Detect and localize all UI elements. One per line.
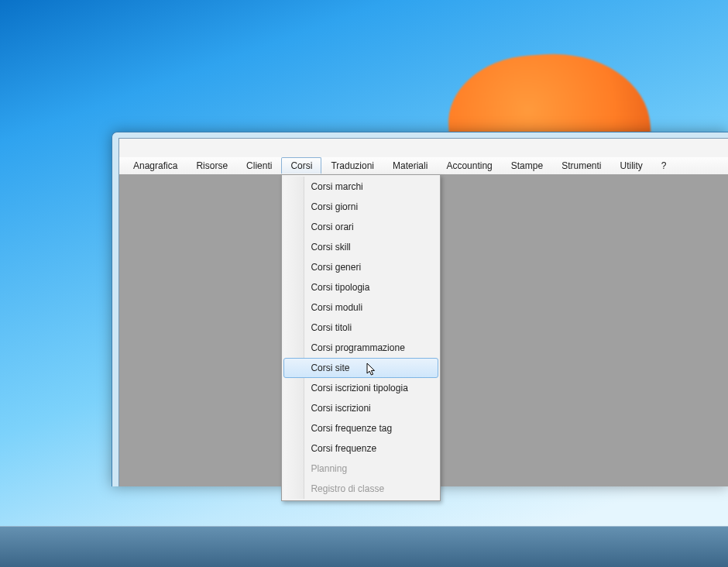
menuitem-corsi-generi[interactable]: Corsi generi (283, 257, 438, 277)
window-inner: AnagraficaRisorseClientiCorsiCorsi march… (118, 138, 728, 486)
menuitem-planning: Planning (283, 459, 438, 479)
menuitem-corsi-frequenze[interactable]: Corsi frequenze (283, 438, 438, 459)
menuitem-corsi-marchi[interactable]: Corsi marchi (283, 177, 438, 197)
menuitem-corsi-titoli[interactable]: Corsi titoli (283, 318, 438, 338)
menuitem-corsi-moduli[interactable]: Corsi moduli (283, 297, 438, 318)
menu--[interactable]: ? (652, 157, 676, 174)
menu-corsi[interactable]: CorsiCorsi marchiCorsi giorniCorsi orari… (281, 157, 321, 174)
menu-anagrafica[interactable]: Anagrafica (124, 157, 187, 174)
menu-traduzioni[interactable]: Traduzioni (321, 157, 383, 174)
menu-strumenti[interactable]: Strumenti (552, 157, 610, 174)
menu-accounting[interactable]: Accounting (437, 157, 501, 174)
menuitem-corsi-tipologia[interactable]: Corsi tipologia (283, 277, 438, 297)
taskbar[interactable] (0, 526, 728, 567)
menu-utility[interactable]: Utility (610, 157, 651, 174)
menubar: AnagraficaRisorseClientiCorsiCorsi march… (119, 157, 728, 175)
menuitem-corsi-site[interactable]: Corsi site (283, 358, 438, 378)
menuitem-corsi-frequenze-tag[interactable]: Corsi frequenze tag (283, 418, 438, 438)
menu-risorse[interactable]: Risorse (187, 157, 237, 174)
menuitem-corsi-skill[interactable]: Corsi skill (283, 237, 438, 257)
menu-stampe[interactable]: Stampe (502, 157, 552, 174)
menu-clienti[interactable]: Clienti (237, 157, 281, 174)
dropdown-corsi: Corsi marchiCorsi giorniCorsi orariCorsi… (281, 174, 441, 501)
menuitem-corsi-iscrizioni-tipologia[interactable]: Corsi iscrizioni tipologia (283, 378, 438, 398)
menuitem-corsi-iscrizioni[interactable]: Corsi iscrizioni (283, 398, 438, 418)
cursor-pointer-icon (366, 363, 377, 378)
desktop-background: Education Service 1.15 AnagraficaRisorse… (0, 0, 728, 527)
menuitem-registro-di-classe: Registro di classe (283, 479, 438, 499)
menu-materiali[interactable]: Materiali (383, 157, 437, 174)
menuitem-corsi-orari[interactable]: Corsi orari (283, 217, 438, 237)
app-window: Education Service 1.15 AnagraficaRisorse… (112, 132, 728, 486)
menuitem-corsi-giorni[interactable]: Corsi giorni (283, 197, 438, 217)
menuitem-corsi-programmazione[interactable]: Corsi programmazione (283, 338, 438, 358)
